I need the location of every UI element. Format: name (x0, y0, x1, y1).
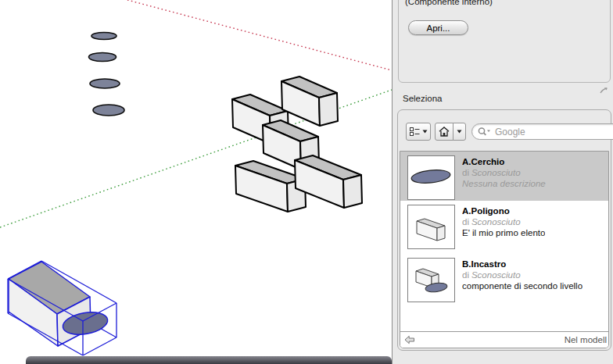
component-info-label: (Componente interno) (405, 0, 493, 6)
status-bar: Nel modell (400, 331, 608, 348)
open-button[interactable]: Apri... (408, 20, 468, 35)
component-list-item[interactable]: A.CerchiodiSconosciutoNessuna descrizion… (400, 152, 608, 201)
list-view-icon (410, 127, 420, 137)
section-title: Seleziona (403, 94, 443, 103)
view-options-button[interactable] (406, 123, 431, 141)
3d-viewport[interactable] (0, 0, 392, 364)
component-name: A.Cerchio (462, 156, 546, 167)
home-button[interactable] (435, 123, 453, 141)
component-author: diSconosciuto (462, 216, 545, 227)
status-text: Nel modell (565, 335, 607, 344)
component-author: diSconosciuto (462, 269, 583, 280)
dock-bar (26, 356, 392, 364)
search-icon (478, 127, 491, 137)
circle-component[interactable] (89, 53, 117, 62)
dropdown-arrow-icon (422, 130, 428, 134)
dropdown-arrow-icon (457, 130, 462, 134)
circle-component[interactable] (90, 79, 120, 88)
component-thumbnail (407, 155, 455, 200)
component-description: Nessuna descrizione (462, 178, 546, 189)
red-axis (127, 0, 392, 70)
box-component[interactable] (281, 77, 338, 126)
component-thumbnail (407, 205, 455, 249)
selected-group[interactable] (8, 261, 117, 355)
sketchup-window: (Componente interno) Apri... Seleziona (0, 0, 613, 364)
home-icon (439, 127, 450, 137)
component-name: A.Poligono (462, 205, 545, 216)
component-toolbar: Google (406, 123, 613, 141)
component-name: B.Incastro (462, 259, 583, 269)
component-thumbnail (407, 258, 455, 302)
back-arrow-icon[interactable] (404, 335, 415, 344)
circle-component[interactable] (91, 33, 117, 40)
component-info-box: (Componente interno) Apri... (398, 0, 611, 83)
select-section-box: Google A.CerchiodiSconosciutoNessuna des… (397, 109, 611, 351)
collapse-arrow-icon[interactable] (597, 84, 610, 95)
search-placeholder: Google (495, 127, 525, 137)
circle-component[interactable] (93, 105, 124, 116)
component-description: componente di secondo livello (462, 280, 583, 291)
component-list-item[interactable]: B.IncastrodiSconosciutocomponente di sec… (400, 254, 608, 307)
component-author: diSconosciuto (462, 167, 546, 178)
component-description: E' il mio primo elento (462, 227, 545, 238)
component-list: A.CerchiodiSconosciutoNessuna descrizion… (400, 151, 609, 348)
components-panel: (Componente interno) Apri... Seleziona (392, 0, 613, 364)
component-list-item[interactable]: A.PoligonodiSconosciutoE' il mio primo e… (400, 201, 608, 254)
search-field[interactable]: Google (471, 123, 613, 140)
home-dropdown-button[interactable] (453, 123, 466, 141)
